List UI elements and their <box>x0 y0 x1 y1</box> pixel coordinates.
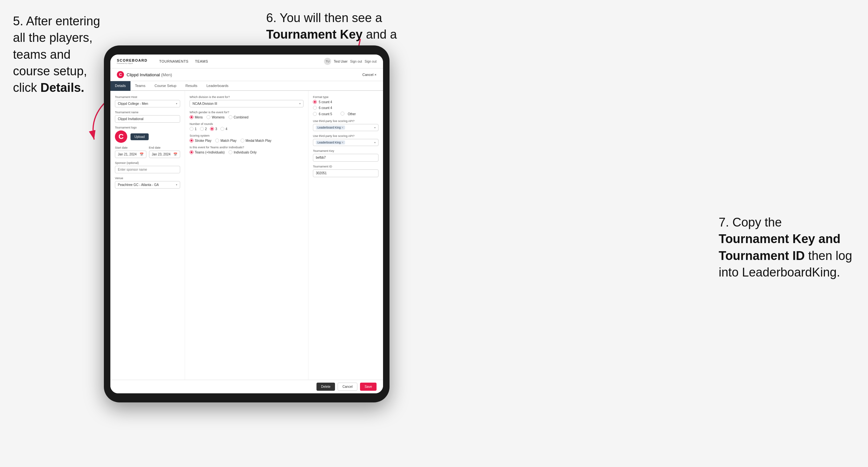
scoring-match-radio[interactable] <box>215 138 219 143</box>
far-right-col: Format type 5 count 4 6 count 4 6 count … <box>308 91 383 380</box>
scoring-medal-match[interactable]: Medal Match Play <box>241 138 271 143</box>
delete-button[interactable]: Delete <box>316 383 335 391</box>
top-nav: SCOREBOARD Powered by clippd TOURNAMENTS… <box>111 55 383 68</box>
scoring-match[interactable]: Match Play <box>215 138 236 143</box>
gender-radio-group: Mens Womens Combined <box>190 115 304 119</box>
end-date-field: End date Jan 23, 2024 📅 <box>149 146 181 158</box>
nav-right: TU Test User Sign out Sign out <box>324 58 376 65</box>
nav-links: TOURNAMENTS TEAMS <box>159 59 316 63</box>
round-1-radio[interactable] <box>190 127 193 131</box>
main-content: Tournament Host Clippd College - Men ▾ T… <box>111 91 383 380</box>
third-party-label-1: Use third-party live scoring API? <box>313 119 378 123</box>
tab-results[interactable]: Results <box>181 81 202 91</box>
teams-label: Is this event for Teams and/or Individua… <box>190 146 304 149</box>
tab-teams[interactable]: Teams <box>130 81 150 91</box>
format-6count4-radio[interactable] <box>313 106 317 110</box>
tournament-title-area: C Clippd Invitational (Men) <box>117 71 172 78</box>
sign-out-text[interactable]: Sign out <box>365 60 376 63</box>
format-5count4-radio[interactable] <box>313 100 317 104</box>
gender-combined[interactable]: Combined <box>228 115 249 119</box>
venue-label: Venue <box>115 177 180 180</box>
start-date-label: Start date <box>115 146 146 149</box>
tablet-screen: SCOREBOARD Powered by clippd TOURNAMENTS… <box>111 55 383 393</box>
c-logo-small: C <box>117 71 124 78</box>
cancel-button-bottom[interactable]: Cancel <box>338 383 358 391</box>
round-3-radio[interactable] <box>210 127 214 131</box>
scoring-stroke-radio[interactable] <box>190 138 193 143</box>
third-party-tag-2: Leaderboard King × <box>316 141 345 145</box>
third-party-chevron-1: ▾ <box>374 126 376 129</box>
round-3[interactable]: 3 <box>210 127 217 131</box>
venue-chevron-icon: ▾ <box>176 183 177 186</box>
gender-mens[interactable]: Mens <box>190 115 203 119</box>
gender-label: Which gender is the event for? <box>190 111 304 114</box>
teams-with-individuals[interactable]: Teams (+Individuals) <box>190 150 225 154</box>
logo-sub: Powered by clippd <box>117 62 147 64</box>
remove-tag-icon-2[interactable]: × <box>342 141 343 144</box>
save-button[interactable]: Save <box>360 383 376 391</box>
gender-womens[interactable]: Womens <box>207 115 224 119</box>
nav-teams[interactable]: TEAMS <box>195 59 208 63</box>
logo-area: SCOREBOARD Powered by clippd <box>117 58 147 64</box>
gender-womens-radio[interactable] <box>207 115 210 119</box>
format-label: Format type <box>313 95 378 99</box>
logo-label: Tournament logo <box>115 126 180 129</box>
format-6count5-radio[interactable] <box>313 112 317 116</box>
cancel-button-top[interactable]: Cancel × <box>362 73 376 76</box>
venue-input[interactable]: Peachtree GC - Atlanta - GA ▾ <box>115 181 180 189</box>
user-label: Test User <box>334 60 347 63</box>
gender-combined-radio[interactable] <box>228 115 232 119</box>
tournament-id-label: Tournament ID <box>313 165 378 168</box>
gender-mens-radio[interactable] <box>190 115 193 119</box>
format-6count5[interactable]: 6 count 5 Other <box>313 112 378 116</box>
third-party-input-1[interactable]: Leaderboard King × ▾ <box>313 124 378 131</box>
round-1[interactable]: 1 <box>190 127 197 131</box>
format-6count4[interactable]: 6 count 4 <box>313 106 378 110</box>
remove-tag-icon-1[interactable]: × <box>342 126 343 129</box>
scoring-radio-group: Stroke Play Match Play Medal Match Play <box>190 138 304 143</box>
individuals-only[interactable]: Individuals Only <box>228 150 257 154</box>
annotation-left: 5. After entering all the players, teams… <box>13 13 104 96</box>
name-input[interactable]: Clippd Invitational <box>115 115 180 123</box>
tabs-bar: Details Teams Course Setup Results Leade… <box>111 81 383 91</box>
logo-upload-area: C Upload <box>115 130 180 143</box>
tab-course-setup[interactable]: Course Setup <box>150 81 181 91</box>
division-label: Which division is the event for? <box>190 95 304 99</box>
nav-tournaments[interactable]: TOURNAMENTS <box>159 59 188 63</box>
name-label: Tournament name <box>115 111 180 114</box>
end-date-input[interactable]: Jan 23, 2024 📅 <box>149 151 181 158</box>
scoring-stroke[interactable]: Stroke Play <box>190 138 211 143</box>
third-party-chevron-2: ▾ <box>374 141 376 144</box>
teams-radio-group: Teams (+Individuals) Individuals Only <box>190 150 304 154</box>
mid-col: Which division is the event for? NCAA Di… <box>185 91 308 380</box>
sponsor-label: Sponsor (optional) <box>115 161 180 164</box>
format-other-radio[interactable] <box>341 112 344 116</box>
tournament-name: Clippd Invitational (Men) <box>127 72 172 77</box>
tournament-key-label: Tournament Key <box>313 149 378 153</box>
rounds-row: 1 2 3 4 <box>190 127 304 131</box>
start-date-field: Start date Jan 21, 2024 📅 <box>115 146 146 158</box>
tablet: SCOREBOARD Powered by clippd TOURNAMENTS… <box>104 45 390 402</box>
individuals-only-radio[interactable] <box>228 150 232 154</box>
division-input[interactable]: NCAA Division III ▾ <box>190 100 304 107</box>
calendar-icon-start: 📅 <box>140 153 144 156</box>
round-4-radio[interactable] <box>220 127 224 131</box>
start-date-input[interactable]: Jan 21, 2024 📅 <box>115 151 146 158</box>
rounds-label: Number of rounds <box>190 122 304 126</box>
tournament-id-value: 302051 <box>313 169 378 177</box>
calendar-icon-end: 📅 <box>173 153 177 156</box>
scoring-medal-radio[interactable] <box>241 138 244 143</box>
third-party-input-2[interactable]: Leaderboard King × ▾ <box>313 139 378 146</box>
upload-button[interactable]: Upload <box>130 133 149 140</box>
format-5count4[interactable]: 5 count 4 <box>313 100 378 104</box>
third-party-label-2: Use third-party live scoring API? <box>313 134 378 137</box>
sign-out-link[interactable]: Sign out <box>350 60 362 63</box>
teams-with-individuals-radio[interactable] <box>190 150 193 154</box>
host-input[interactable]: Clippd College - Men ▾ <box>115 100 180 107</box>
round-2[interactable]: 2 <box>200 127 207 131</box>
sponsor-input[interactable] <box>115 166 180 173</box>
round-2-radio[interactable] <box>200 127 204 131</box>
round-4[interactable]: 4 <box>220 127 227 131</box>
tab-details[interactable]: Details <box>111 81 130 91</box>
tab-leaderboards[interactable]: Leaderboards <box>202 81 233 91</box>
